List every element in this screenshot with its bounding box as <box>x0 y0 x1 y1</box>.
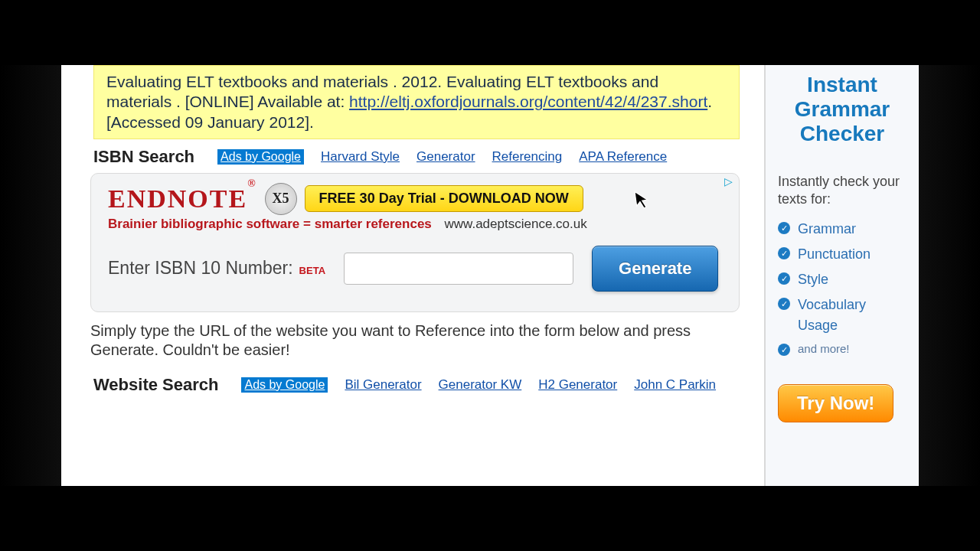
letterbox-bottom <box>0 486 980 551</box>
isbn-section-title: ISBN Search <box>93 147 194 167</box>
letterbox-top <box>0 0 980 65</box>
endnote-ad[interactable]: ENDNOTE® X5 FREE 30 Day Trial - DOWNLOAD… <box>108 183 722 215</box>
check-item-grammar: ✓Grammar <box>778 219 906 240</box>
try-now-button[interactable]: Try Now! <box>778 384 893 422</box>
pillarbox-left <box>0 0 61 551</box>
check-item-punctuation: ✓Punctuation <box>778 244 906 265</box>
ad-link-harvard-style[interactable]: Harvard Style <box>321 149 400 165</box>
adchoices-icon[interactable]: ▷ <box>724 175 733 187</box>
citation-url-link[interactable]: http://eltj.oxfordjournals.org/content/4… <box>349 93 707 110</box>
beta-badge: BETA <box>299 265 325 276</box>
endnote-logo: ENDNOTE® <box>108 184 257 214</box>
sidebar: Instant Grammar Checker Instantly check … <box>766 65 919 486</box>
ads-by-google-badge[interactable]: Ads by Google <box>217 149 304 165</box>
check-icon: ✓ <box>778 272 790 285</box>
ad-link-generator-kw[interactable]: Generator KW <box>439 377 522 393</box>
endnote-download-button[interactable]: FREE 30 Day Trial - DOWNLOAD NOW <box>305 185 583 212</box>
isbn-section-header: ISBN Search Ads by Google Harvard Style … <box>89 144 740 170</box>
helper-text: Simply type the URL of the website you w… <box>90 321 740 360</box>
ad-link-h2-generator[interactable]: H2 Generator <box>538 377 617 393</box>
endnote-version-badge: X5 <box>265 183 297 215</box>
check-item-style: ✓Style <box>778 269 906 290</box>
isbn-input[interactable] <box>344 253 573 285</box>
cursor-icon <box>634 189 652 215</box>
isbn-input-row: Enter ISBN 10 Number: BETA Generate <box>108 246 722 292</box>
endnote-tagline-row: Brainier bibliographic software = smarte… <box>108 217 722 232</box>
ads-by-google-badge-2[interactable]: Ads by Google <box>241 377 328 393</box>
ad-link-apa-reference[interactable]: APA Reference <box>579 149 667 165</box>
ad-link-john-c-parkin[interactable]: John C Parkin <box>634 377 716 393</box>
check-item-vocabulary: ✓Vocabulary Usage <box>778 295 906 336</box>
website-section-title: Website Search <box>93 375 218 395</box>
isbn-input-label: Enter ISBN 10 Number: BETA <box>108 258 325 279</box>
website-section-header: Website Search Ads by Google Bil Generat… <box>89 372 740 398</box>
endnote-tagline: Brainier bibliographic software = smarte… <box>108 217 432 231</box>
check-icon: ✓ <box>778 298 790 310</box>
check-icon: ✓ <box>778 344 790 356</box>
sidebar-title: Instant Grammar Checker <box>778 73 906 147</box>
pillarbox-right <box>919 0 980 551</box>
check-icon: ✓ <box>778 222 790 234</box>
ad-link-referencing[interactable]: Referencing <box>492 149 563 165</box>
ad-link-generator[interactable]: Generator <box>416 149 475 165</box>
sidebar-subtitle: Instantly check your texts for: <box>778 173 906 209</box>
check-item-more: ✓and more! <box>778 341 906 358</box>
sidebar-check-list: ✓Grammar ✓Punctuation ✓Style ✓Vocabulary… <box>778 219 906 358</box>
check-icon: ✓ <box>778 247 790 259</box>
generate-button[interactable]: Generate <box>592 246 718 292</box>
main-column: Evaluating ELT textbooks and materials .… <box>61 65 764 486</box>
ad-link-bil-generator[interactable]: Bil Generator <box>345 377 421 393</box>
endnote-domain: www.adeptscience.co.uk <box>445 217 587 231</box>
citation-result: Evaluating ELT textbooks and materials .… <box>93 65 740 139</box>
page-content: Evaluating ELT textbooks and materials .… <box>61 65 919 486</box>
